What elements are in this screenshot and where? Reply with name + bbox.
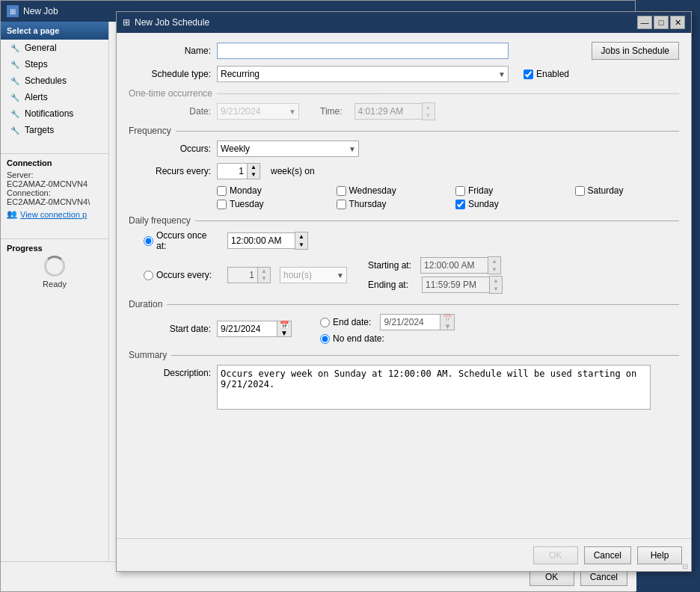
no-end-date-text: No end date:	[333, 333, 384, 344]
enabled-checkbox[interactable]	[524, 70, 533, 79]
starting-at-down[interactable]: ▼	[488, 265, 500, 274]
time-spinner: ▲ ▼	[422, 102, 435, 120]
no-end-date-radio[interactable]	[320, 334, 330, 344]
occurs-once-time-input[interactable]	[227, 232, 295, 249]
dialog-maximize-button[interactable]: □	[654, 16, 669, 29]
monday-text: Monday	[230, 185, 262, 196]
sunday-text: Sunday	[468, 199, 499, 209]
end-date-text: End date:	[333, 317, 371, 327]
dialog-cancel-button[interactable]: Cancel	[584, 546, 631, 564]
end-date-picker-button[interactable]: 📅▼	[440, 314, 455, 330]
one-time-row: Date: 9/21/2024 ▼ Time: ▲ ▼	[129, 103, 679, 120]
name-input[interactable]	[217, 43, 509, 59]
sidebar-item-targets[interactable]: 🔧 Targets	[1, 122, 108, 138]
summary-label: Summary	[129, 350, 167, 360]
progress-status: Ready	[7, 280, 102, 289]
time-down-button[interactable]: ▼	[423, 111, 435, 120]
start-date-input[interactable]	[217, 321, 277, 337]
occurs-every-up[interactable]: ▲	[258, 268, 270, 275]
connection-value: EC2AMAZ-0MCNVN4\	[7, 197, 102, 206]
starting-at-up[interactable]: ▲	[488, 257, 500, 265]
left-panel: Select a page 🔧 General 🔧 Steps 🔧 Schedu…	[1, 22, 109, 591]
sidebar-item-steps[interactable]: 🔧 Steps	[1, 56, 108, 73]
saturday-label[interactable]: Saturday	[575, 185, 680, 196]
occurs-every-down[interactable]: ▼	[258, 275, 270, 283]
date-dropdown[interactable]: 9/21/2024	[217, 103, 299, 120]
ending-at-down[interactable]: ▼	[490, 285, 502, 293]
sidebar-item-alerts[interactable]: 🔧 Alerts	[1, 89, 108, 105]
occurs-every-radio-label[interactable]: Occurs every:	[144, 270, 218, 280]
sunday-label[interactable]: Sunday	[455, 199, 560, 209]
recurs-every-up[interactable]: ▲	[248, 164, 260, 171]
occurs-every-unit-dropdown[interactable]: hour(s) minute(s)	[280, 267, 347, 283]
week-label: week(s) on	[271, 166, 315, 176]
occurs-once-down[interactable]: ▼	[295, 241, 307, 249]
recurs-every-input[interactable]	[217, 163, 247, 179]
end-date-radio[interactable]	[320, 318, 330, 327]
occurs-dropdown[interactable]: Weekly Daily Monthly	[217, 141, 359, 157]
duration-row: Start date: 📅▼ End date: 📅▼ No end date:	[129, 314, 679, 344]
occurs-once-radio[interactable]	[144, 236, 153, 246]
monday-checkbox[interactable]	[217, 186, 227, 196]
friday-text: Friday	[468, 185, 493, 196]
view-connection-link[interactable]: 👥 View connection p	[7, 209, 102, 219]
select-page-header: Select a page	[1, 22, 108, 40]
sidebar-item-schedules[interactable]: 🔧 Schedules	[1, 73, 108, 89]
summary-line	[171, 355, 679, 356]
tuesday-checkbox[interactable]	[217, 200, 227, 209]
no-end-date-radio-label[interactable]: No end date:	[320, 333, 455, 344]
time-input[interactable]	[354, 103, 422, 120]
time-up-button[interactable]: ▲	[423, 103, 435, 111]
jobs-in-schedule-button[interactable]: Jobs in Schedule	[592, 42, 679, 60]
saturday-checkbox[interactable]	[575, 186, 585, 196]
ending-at-input[interactable]	[422, 277, 489, 293]
end-date-wrapper: 📅▼	[380, 314, 455, 330]
progress-section: Progress Ready	[1, 238, 108, 293]
dialog-help-button[interactable]: Help	[637, 546, 682, 564]
end-date-input[interactable]	[380, 314, 440, 330]
recurs-every-spinner: ▲ ▼	[217, 163, 260, 179]
friday-checkbox[interactable]	[455, 186, 465, 196]
schedule-type-label: Schedule type:	[129, 69, 211, 79]
dialog-icon: ⊞	[123, 17, 130, 28]
ending-at-up[interactable]: ▲	[490, 277, 502, 285]
view-connection-text[interactable]: View connection p	[20, 210, 87, 219]
monday-label[interactable]: Monday	[217, 185, 322, 196]
thursday-checkbox[interactable]	[337, 200, 346, 209]
start-date-picker-button[interactable]: 📅▼	[277, 321, 292, 337]
starting-at-input[interactable]	[420, 257, 488, 274]
dialog-minimize-button[interactable]: —	[637, 16, 652, 29]
recurs-every-row: Recurs every: ▲ ▼ week(s) on	[129, 163, 679, 179]
sidebar-item-general[interactable]: 🔧 General	[1, 40, 108, 56]
dialog-close-button[interactable]: ✕	[670, 16, 685, 29]
sunday-checkbox[interactable]	[455, 200, 465, 209]
dialog-ok-button[interactable]: OK	[533, 546, 578, 564]
sidebar-item-notifications[interactable]: 🔧 Notifications	[1, 105, 108, 122]
description-textarea[interactable]: Occurs every week on Sunday at 12:00:00 …	[217, 365, 651, 410]
dialog-bottom-buttons: OK Cancel Help	[117, 538, 691, 571]
occurs-once-up[interactable]: ▲	[295, 232, 307, 241]
friday-label[interactable]: Friday	[455, 185, 560, 196]
sidebar-item-label-targets: Targets	[25, 125, 54, 135]
end-date-radio-label[interactable]: End date: 📅▼	[320, 314, 455, 330]
occurs-every-radio[interactable]	[144, 271, 153, 280]
dialog-title: New Job Schedule	[135, 17, 633, 28]
schedule-type-dropdown[interactable]: Recurring	[217, 66, 509, 82]
occurs-once-spinner: ▲ ▼	[295, 232, 308, 250]
server-label: Server:	[7, 170, 102, 179]
thursday-label[interactable]: Thursday	[337, 199, 441, 209]
wednesday-checkbox[interactable]	[337, 186, 346, 196]
occurs-once-text: Occurs once at:	[156, 230, 218, 251]
sidebar-item-label-alerts: Alerts	[25, 92, 48, 102]
frequency-label: Frequency	[129, 126, 171, 136]
tuesday-label[interactable]: Tuesday	[217, 199, 322, 209]
server-value: EC2AMAZ-0MCNVN4	[7, 179, 102, 188]
enabled-checkbox-label[interactable]: Enabled	[524, 69, 569, 79]
connection-section: Connection Server: EC2AMAZ-0MCNVN4 Conne…	[1, 153, 108, 223]
occurs-once-radio-label[interactable]: Occurs once at:	[144, 230, 218, 251]
recurs-every-down[interactable]: ▼	[248, 171, 260, 179]
occurs-every-input[interactable]	[227, 267, 257, 283]
wednesday-label[interactable]: Wednesday	[337, 185, 441, 196]
schedule-type-row: Schedule type: Recurring ▼ Enabled	[129, 66, 679, 82]
occurs-row: Occurs: Weekly Daily Monthly ▼	[129, 141, 679, 157]
